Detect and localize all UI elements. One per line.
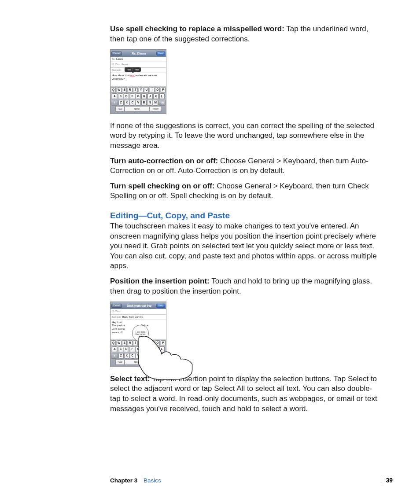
shift-key: ⇧ bbox=[111, 100, 118, 106]
shift-key: ⇧ bbox=[111, 353, 118, 359]
misspelled-word: nrw bbox=[130, 74, 135, 77]
auto-corr-bold: Turn auto-correction on or off: bbox=[110, 157, 218, 165]
key-c: C bbox=[130, 100, 135, 106]
subject-label: Subject: bbox=[112, 69, 122, 72]
suggestion-now: now bbox=[125, 68, 133, 71]
page-footer: Chapter 3 Basics 39 bbox=[110, 476, 393, 485]
key-r: R bbox=[128, 340, 133, 346]
key-v: V bbox=[136, 100, 141, 106]
send-button-2: Send bbox=[156, 304, 165, 308]
nav-title: Re: Dinner bbox=[132, 52, 147, 55]
editing-heading: Editing—Cut, Copy, and Paste bbox=[110, 211, 380, 221]
to-value: Lance bbox=[116, 58, 123, 61]
key-k: K bbox=[153, 93, 158, 99]
key-q: Q bbox=[111, 340, 116, 346]
key-l: L bbox=[159, 93, 165, 99]
key-s: S bbox=[118, 346, 123, 352]
key-f: F bbox=[130, 346, 135, 352]
key-e: E bbox=[122, 87, 127, 93]
key-a: A bbox=[112, 346, 117, 352]
subject-field: Subject: now new bbox=[111, 68, 166, 73]
mail-compose-screenshot-1: Cancel Re: Dinner Send To: Lance Cc/Bcc,… bbox=[110, 49, 166, 114]
key-g: G bbox=[136, 93, 141, 99]
spell-check-bold: Use spell checking to replace a misspell… bbox=[110, 25, 284, 33]
spell-onoff-instruction: Turn spell checking on or off: Choose Ge… bbox=[110, 181, 380, 201]
subject-value-2: Back from our trip bbox=[122, 316, 143, 319]
key-i: I bbox=[150, 87, 155, 93]
msg-before: How about that bbox=[112, 74, 130, 77]
editing-paragraph: The touchscreen makes it easy to make ch… bbox=[110, 221, 380, 271]
return-key: return bbox=[150, 106, 161, 112]
suggestion-new: new bbox=[133, 68, 140, 71]
spell-onoff-bold: Turn spell checking on or off: bbox=[110, 182, 215, 190]
key-w: W bbox=[117, 340, 122, 346]
key-x: X bbox=[124, 100, 129, 106]
message-body: How about that nrw restaurant we saw yes… bbox=[111, 73, 166, 86]
cancel-button-2: Cancel bbox=[111, 304, 122, 308]
key-m: M bbox=[153, 100, 158, 106]
nav-bar-2: Cancel Back from our trip Send bbox=[111, 302, 166, 309]
key-t: T bbox=[133, 87, 138, 93]
position-bold: Position the insertion point: bbox=[110, 277, 210, 285]
key-o: O bbox=[155, 87, 160, 93]
key-f: F bbox=[130, 93, 135, 99]
key-a: A bbox=[112, 93, 117, 99]
key-j: J bbox=[147, 93, 153, 99]
chapter-name: Basics bbox=[144, 477, 161, 484]
delete-key: ⌫ bbox=[158, 100, 166, 106]
after-image-text: If none of the suggestions is correct, y… bbox=[110, 121, 380, 151]
key-p: P bbox=[161, 87, 166, 93]
cancel-button: Cancel bbox=[111, 52, 122, 55]
key-d: D bbox=[124, 346, 129, 352]
nav-bar: Cancel Re: Dinner Send bbox=[111, 50, 166, 57]
key-d: D bbox=[124, 93, 129, 99]
to-field: To: Lance bbox=[111, 57, 166, 62]
subject-label-2: Subject: bbox=[112, 316, 122, 319]
footer-divider bbox=[381, 476, 381, 485]
to-label: To: bbox=[112, 58, 115, 61]
chapter-label: Chapter 3 bbox=[110, 477, 137, 484]
key-s: S bbox=[118, 93, 123, 99]
key-y: Y bbox=[139, 87, 144, 93]
numbers-key: .?123 bbox=[115, 106, 124, 112]
key-x: X bbox=[124, 353, 129, 359]
page-number: 39 bbox=[386, 477, 393, 484]
footer-left: Chapter 3 Basics bbox=[110, 477, 161, 484]
key-q: Q bbox=[111, 87, 116, 93]
key-z: Z bbox=[118, 353, 124, 359]
keyboard: QWERTYUIOP ASDFGHJKL ⇧ZXCVBNM⌫ .?123 spa… bbox=[111, 86, 166, 114]
numbers-key-2: .?123 bbox=[115, 359, 124, 365]
key-u: U bbox=[144, 87, 149, 93]
auto-correction-instruction: Turn auto-correction on or off: Choose G… bbox=[110, 156, 380, 176]
key-h: H bbox=[141, 93, 147, 99]
footer-right: 39 bbox=[381, 476, 393, 485]
send-button: Send bbox=[156, 52, 165, 55]
key-r: R bbox=[128, 87, 133, 93]
key-e: E bbox=[122, 340, 127, 346]
position-instruction: Position the insertion point: Touch and … bbox=[110, 276, 380, 296]
space-key: space bbox=[125, 106, 149, 112]
body-line1: Hey Lori, bbox=[112, 321, 165, 324]
key-c: C bbox=[130, 353, 135, 359]
nav-title-2: Back from our trip bbox=[127, 304, 151, 307]
key-z: Z bbox=[118, 100, 124, 106]
finger-illustration bbox=[136, 335, 193, 386]
magnifier-screenshot-wrapper: Cancel Back from our trip Send Cc/Bcc: S… bbox=[110, 302, 198, 367]
key-n: N bbox=[147, 100, 152, 106]
cc-field: Cc/Bcc, From: bbox=[111, 62, 166, 67]
subject-field-2: Subject: Back from our trip bbox=[111, 315, 166, 320]
key-w: W bbox=[117, 87, 122, 93]
suggestion-popover: now new bbox=[125, 67, 141, 72]
cc-field-2: Cc/Bcc: bbox=[111, 309, 166, 314]
key-b: B bbox=[141, 100, 147, 106]
spell-check-instruction: Use spell checking to replace a misspell… bbox=[110, 24, 380, 44]
